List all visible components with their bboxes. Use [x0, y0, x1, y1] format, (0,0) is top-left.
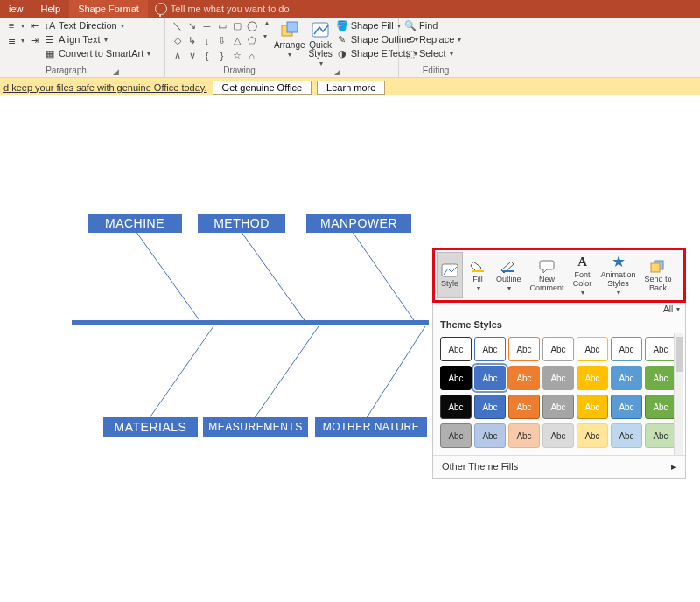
- style-swatch-9[interactable]: Abc: [508, 366, 540, 390]
- quick-styles-button[interactable]: Quick Styles▾: [309, 19, 332, 67]
- effects-icon: ◑: [336, 47, 348, 60]
- style-swatch-19[interactable]: Abc: [611, 395, 642, 419]
- numbering-button[interactable]: ≣▾: [5, 34, 24, 46]
- arrange-icon: [279, 19, 300, 40]
- pen-outline-icon: ✎: [336, 33, 348, 46]
- theme-styles-title: Theme Styles: [433, 316, 685, 333]
- arrange-button[interactable]: Arrange▾: [274, 19, 305, 59]
- style-swatch-27[interactable]: Abc: [645, 424, 676, 448]
- find-button[interactable]: 🔍Find: [404, 19, 461, 32]
- style-swatch-4[interactable]: Abc: [577, 337, 608, 361]
- svg-line-4: [136, 231, 201, 323]
- shapes-expand[interactable]: ▾: [263, 32, 270, 40]
- mini-font-color-button[interactable]: A Font Color▾: [570, 252, 596, 298]
- group-drawing: ＼↘─▭▢◯ ◇↳↓⇩△⬠ ∧∨{}☆⌂ ▲ ▾ Arrange▾ Quick …: [165, 18, 399, 77]
- style-swatch-18[interactable]: Abc: [577, 395, 608, 419]
- fill-icon: [468, 258, 487, 274]
- style-swatch-26[interactable]: Abc: [611, 424, 642, 448]
- group-editing: 🔍Find ⟲Replace▾ ⬚Select▾ Editing: [399, 18, 472, 77]
- tab-strip: iew Help Shape Format Tell me what you w…: [0, 0, 700, 18]
- style-swatch-17[interactable]: Abc: [542, 395, 574, 419]
- bullets-button[interactable]: ≡▾: [5, 19, 24, 32]
- shape-measurements[interactable]: MEASUREMENTS: [203, 417, 308, 437]
- svg-line-5: [241, 231, 306, 323]
- paint-bucket-icon: 🪣: [336, 19, 348, 32]
- text-direction-button[interactable]: ↕AText Direction▾: [44, 19, 150, 32]
- select-button[interactable]: ⬚Select▾: [404, 47, 461, 60]
- lightbulb-icon: [155, 3, 167, 15]
- mini-new-comment-button[interactable]: New Comment: [527, 252, 568, 298]
- style-swatch-22[interactable]: Abc: [474, 424, 506, 448]
- replace-icon: ⟲: [404, 33, 416, 46]
- other-theme-fills-button[interactable]: Other Theme Fills▸: [433, 455, 685, 478]
- shape-mother-nature[interactable]: MOTHER NATURE: [315, 417, 427, 437]
- style-swatch-12[interactable]: Abc: [611, 366, 642, 390]
- shape-style-popup: Style Fill▾ Outline▾ New Comment A Font …: [432, 248, 686, 479]
- style-swatch-20[interactable]: Abc: [645, 395, 676, 419]
- style-swatch-14[interactable]: Abc: [440, 395, 472, 419]
- tab-help[interactable]: Help: [32, 0, 70, 18]
- shapes-gallery[interactable]: ＼↘─▭▢◯ ◇↳↓⇩△⬠ ∧∨{}☆⌂: [171, 19, 258, 62]
- mini-outline-button[interactable]: Outline▾: [493, 252, 525, 298]
- style-swatch-24[interactable]: Abc: [542, 424, 574, 448]
- style-swatch-23[interactable]: Abc: [508, 424, 540, 448]
- paragraph-dialog-launcher[interactable]: ◢: [113, 67, 119, 76]
- activation-message-text[interactable]: d keep your files safe with genuine Offi…: [4, 82, 207, 93]
- style-swatch-7[interactable]: Abc: [440, 366, 472, 390]
- style-swatch-25[interactable]: Abc: [577, 424, 608, 448]
- svg-rect-15: [651, 263, 660, 272]
- svg-rect-12: [502, 270, 514, 272]
- font-color-icon: A: [573, 254, 592, 270]
- style-swatch-16[interactable]: Abc: [508, 395, 540, 419]
- star-icon: ★: [609, 254, 628, 270]
- search-icon: 🔍: [404, 19, 416, 32]
- style-swatch-3[interactable]: Abc: [542, 337, 574, 361]
- mini-fill-button[interactable]: Fill▾: [465, 252, 491, 298]
- indent-decrease-button[interactable]: ⇤: [28, 19, 40, 32]
- tell-me-search[interactable]: Tell me what you want to do: [155, 3, 290, 15]
- style-swatch-2[interactable]: Abc: [508, 337, 540, 361]
- gallery-scrollbar[interactable]: [674, 333, 683, 455]
- style-swatch-11[interactable]: Abc: [577, 366, 608, 390]
- style-swatch-10[interactable]: Abc: [542, 366, 574, 390]
- style-swatch-1[interactable]: Abc: [474, 337, 506, 361]
- tab-view[interactable]: iew: [0, 0, 32, 18]
- get-genuine-office-button[interactable]: Get genuine Office: [213, 80, 312, 94]
- style-icon: [440, 262, 459, 278]
- mini-style-button[interactable]: Style: [437, 252, 463, 298]
- style-swatch-6[interactable]: Abc: [645, 337, 676, 361]
- style-swatch-13[interactable]: Abc: [645, 366, 676, 390]
- indent-increase-button[interactable]: ⇥: [28, 34, 40, 46]
- shape-method[interactable]: METHOD: [198, 214, 285, 233]
- mini-send-to-back-button[interactable]: Send to Back: [641, 252, 676, 298]
- svg-rect-2: [312, 23, 328, 37]
- mini-toolbar: Style Fill▾ Outline▾ New Comment A Font …: [432, 248, 686, 303]
- svg-rect-1: [287, 22, 298, 32]
- quick-styles-icon: [310, 19, 331, 40]
- style-swatch-0[interactable]: Abc: [440, 337, 472, 361]
- group-editing-label: Editing: [404, 66, 467, 76]
- gallery-all-button[interactable]: All ▾: [433, 303, 685, 316]
- drawing-dialog-launcher[interactable]: ◢: [334, 67, 340, 76]
- group-drawing-label: Drawing: [223, 66, 256, 76]
- style-swatch-21[interactable]: Abc: [440, 424, 472, 448]
- learn-more-button[interactable]: Learn more: [317, 80, 385, 94]
- shape-machine[interactable]: MACHINE: [88, 214, 182, 233]
- mini-animation-button[interactable]: ★ Animation Styles▾: [598, 252, 640, 298]
- replace-button[interactable]: ⟲Replace▾: [404, 33, 461, 46]
- convert-smartart-button[interactable]: ▦Convert to SmartArt▾: [44, 47, 150, 60]
- shape-materials[interactable]: MATERIALS: [103, 417, 198, 437]
- style-swatch-15[interactable]: Abc: [474, 395, 506, 419]
- svg-rect-11: [472, 270, 484, 272]
- shapes-scroll-up[interactable]: ▲: [263, 19, 270, 27]
- align-text-button[interactable]: ☰Align Text▾: [44, 33, 150, 46]
- tab-shape-format[interactable]: Shape Format: [69, 0, 148, 18]
- style-swatch-8[interactable]: Abc: [474, 366, 506, 390]
- style-gallery: All ▾ Theme Styles AbcAbcAbcAbcAbcAbcAbc…: [432, 303, 686, 479]
- ribbon: ≡▾ ≣▾ ⇤ ⇥ ↕AText Direction▾ ☰Align Text▾…: [0, 18, 700, 78]
- shape-manpower[interactable]: MANPOWER: [306, 214, 411, 233]
- group-paragraph-label: Paragraph: [46, 66, 87, 76]
- style-swatch-5[interactable]: Abc: [611, 337, 642, 361]
- send-back-icon: [648, 258, 668, 274]
- comment-icon: [537, 258, 556, 274]
